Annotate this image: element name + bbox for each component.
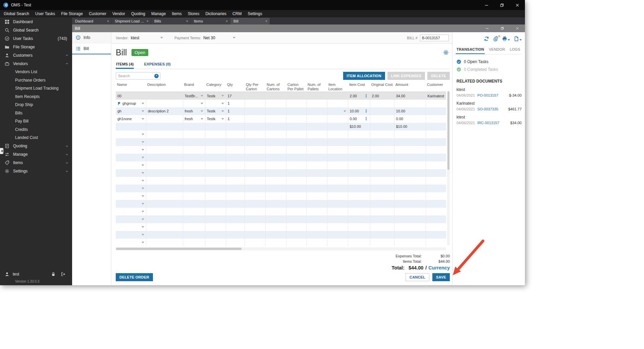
tab-close-icon[interactable] <box>265 20 268 22</box>
sidebar-item-customers[interactable]: Customers <box>0 51 72 59</box>
table-row-empty[interactable] <box>116 169 446 177</box>
cell-name[interactable] <box>116 161 146 169</box>
cell-name[interactable] <box>116 215 146 223</box>
dropdown-arrow-icon[interactable] <box>142 218 144 220</box>
link-expenses-button[interactable]: LINK EXPENSES <box>387 72 425 80</box>
record-nav-info[interactable]: Info <box>72 32 111 43</box>
cell-brand[interactable] <box>183 100 205 107</box>
dropdown-arrow-icon[interactable] <box>201 110 203 112</box>
cell-item_cost[interactable]: 10.00⋮ <box>348 107 370 115</box>
table-row-empty[interactable] <box>116 231 446 239</box>
scrollbar-thumb[interactable] <box>447 91 449 170</box>
sidebar-item-pay-bill[interactable]: Pay Bill <box>0 117 72 126</box>
cell-item_cost[interactable]: 0.00⋮ <box>348 115 370 123</box>
sidebar-item-purchase-orders[interactable]: Purchase Orders <box>0 76 72 85</box>
tab-dashboard[interactable]: Dashboard <box>72 18 111 24</box>
cell-brand[interactable]: fresh <box>183 115 205 123</box>
row-menu-icon[interactable]: ⋮ <box>364 109 368 113</box>
dropdown-arrow-icon[interactable] <box>142 103 144 104</box>
table-row[interactable]: gh1nonefreshTestk10.00⋮0.00 <box>116 115 446 123</box>
cancel-button[interactable]: CANCEL <box>406 273 429 281</box>
menu-item-quoting[interactable]: Quoting <box>128 10 148 17</box>
sidebar-item-settings[interactable]: Settings <box>0 167 72 176</box>
tab-bill[interactable]: Bill <box>230 18 270 24</box>
sidebar-collapse-handle[interactable] <box>0 148 3 154</box>
sidebar-item-bills[interactable]: Bills <box>0 109 72 117</box>
row-menu-icon[interactable]: ⋮ <box>364 117 368 120</box>
table-row-empty[interactable] <box>116 200 446 208</box>
table-row[interactable]: 00TestBr...Testk172.00⋮2.0034.00Karinate… <box>116 92 446 100</box>
bill-restore-button[interactable] <box>495 24 510 32</box>
column-header-qty[interactable]: Qty <box>226 82 245 92</box>
settings-gear-icon[interactable] <box>443 50 449 55</box>
lock-icon[interactable] <box>51 272 56 277</box>
record-nav-bill[interactable]: Bill <box>72 43 111 54</box>
payment-terms-select[interactable]: Net 30 <box>203 36 235 40</box>
dropdown-arrow-icon[interactable] <box>142 195 144 197</box>
column-header-qty_per_carton[interactable]: Qty Per Carton <box>245 82 265 92</box>
related-document-link[interactable]: PO-0013157 <box>477 93 498 97</box>
cell-category[interactable]: Testk <box>205 92 226 100</box>
print-button[interactable] <box>502 36 510 41</box>
sidebar-item-drop-ship[interactable]: Drop Ship <box>0 101 72 109</box>
column-header-item_cost[interactable]: Item Cost <box>348 82 370 92</box>
table-row-empty[interactable] <box>116 185 446 192</box>
cell-name[interactable] <box>116 208 146 215</box>
menu-item-manage[interactable]: Manage <box>148 10 169 17</box>
cell-name[interactable] <box>116 154 146 161</box>
related-document-link[interactable]: SO-0037335 <box>477 107 498 111</box>
dropdown-arrow-icon[interactable] <box>201 103 203 104</box>
delete-button[interactable]: DELETE <box>427 72 450 80</box>
menu-item-vendor[interactable]: Vendor <box>109 10 128 17</box>
table-row-empty[interactable] <box>116 177 446 185</box>
tab-close-icon[interactable] <box>186 20 189 22</box>
dropdown-arrow-icon[interactable] <box>201 118 203 120</box>
dropdown-arrow-icon[interactable] <box>221 95 224 97</box>
search-input[interactable] <box>116 74 154 78</box>
column-header-original_cost[interactable]: Original Cost <box>370 82 394 92</box>
cell-name[interactable] <box>116 223 146 231</box>
cell-name[interactable] <box>116 239 146 246</box>
bill-minimize-button[interactable] <box>480 24 495 32</box>
search-clear-icon[interactable]: × <box>154 74 159 78</box>
menu-item-global-search[interactable]: Global Search <box>1 10 32 17</box>
scrollbar-thumb[interactable] <box>116 248 241 250</box>
dropdown-arrow-icon[interactable] <box>142 118 144 120</box>
cell-name[interactable] <box>116 177 146 185</box>
vertical-scrollbar[interactable] <box>447 91 450 245</box>
tab-bills[interactable]: Bills <box>151 18 191 24</box>
cell-name[interactable] <box>116 231 146 239</box>
table-row-empty[interactable] <box>116 138 446 146</box>
tab-shipment-load-trac[interactable]: Shipment Load Trac... <box>112 18 151 24</box>
dropdown-arrow-icon[interactable] <box>142 203 144 205</box>
sidebar-item-vendors[interactable]: Vendors <box>0 59 72 68</box>
sidebar-item-quoting[interactable]: Quoting <box>0 142 72 150</box>
tab-close-icon[interactable] <box>225 20 228 22</box>
cell-brand[interactable]: TestBr... <box>183 92 205 100</box>
dropdown-arrow-icon[interactable] <box>142 211 144 212</box>
menu-item-items[interactable]: Items <box>169 10 184 17</box>
column-header-amount[interactable]: Amount <box>394 82 426 92</box>
horizontal-scrollbar[interactable] <box>116 247 446 250</box>
column-header-description[interactable]: Description <box>146 82 183 92</box>
cell-name[interactable] <box>116 146 146 154</box>
export-button[interactable] <box>514 36 522 41</box>
item-allocation-button[interactable]: ITEM ALLOCATION <box>343 72 385 80</box>
sidebar-item-landed-cost[interactable]: Landed Cost <box>0 134 72 142</box>
sidebar-item-dashboard[interactable]: Dashboard <box>0 17 72 26</box>
dropdown-arrow-icon[interactable] <box>221 110 224 112</box>
dropdown-arrow-icon[interactable] <box>142 242 144 243</box>
dropdown-arrow-icon[interactable] <box>142 141 144 143</box>
table-row-empty[interactable] <box>116 161 446 169</box>
tab-close-icon[interactable] <box>146 20 149 22</box>
menu-item-customer[interactable]: Customer <box>86 10 109 17</box>
column-header-carton_per_pallet[interactable]: Carton Per Pallet <box>286 82 306 92</box>
dropdown-arrow-icon[interactable] <box>201 95 203 97</box>
table-row-empty[interactable] <box>116 208 446 215</box>
tab-items-4[interactable]: ITEMS (4) <box>116 59 134 69</box>
cell-name[interactable] <box>116 200 146 208</box>
column-header-category[interactable]: Category <box>205 82 226 92</box>
dropdown-arrow-icon[interactable] <box>343 110 346 112</box>
column-header-num_cartons[interactable]: Num. of Cartons <box>265 82 286 92</box>
sidebar-item-shipment-load-tracking[interactable]: Shipment Load Tracking <box>0 84 72 93</box>
